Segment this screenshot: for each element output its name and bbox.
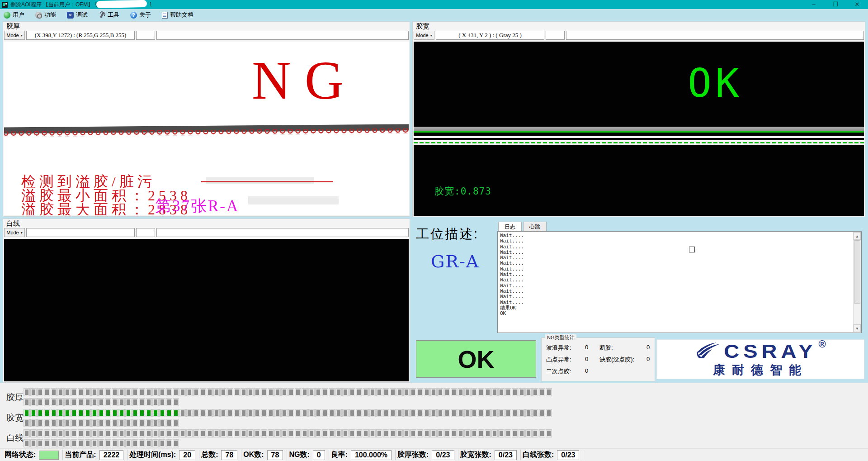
indicator-cell: [51, 440, 57, 447]
indicator-cell: [397, 430, 402, 437]
indicator-cell: [105, 389, 111, 396]
white-line-image[interactable]: [4, 239, 409, 381]
indicator-cell: [132, 440, 138, 447]
indicator-cell: [65, 430, 70, 437]
indicator-cell: [126, 409, 131, 417]
indicator-cell: [166, 430, 172, 437]
log-body[interactable]: Wait....Wait....Wait....Wait....Wait....…: [497, 231, 862, 333]
minimize-button[interactable]: –: [803, 0, 825, 9]
indicator-cell: [214, 409, 219, 417]
indicator-cell: [241, 409, 246, 417]
menu-item-debug[interactable]: 调试: [67, 11, 88, 19]
menu-item-about[interactable]: 关于: [130, 11, 151, 19]
glue-thickness-image[interactable]: NG 检测到溢胶/脏污 溢胶最小面积：2538 溢胶最大面积：2838 第37张…: [4, 42, 409, 215]
info-field[interactable]: [156, 31, 409, 40]
menu-item-user[interactable]: 用户: [4, 11, 24, 19]
menu-item-functions[interactable]: 功能: [35, 11, 56, 19]
window-title: 侧涂AOI程序 【当前用户：OEM】 编: [10, 1, 100, 9]
statusbar-segment: 白线张数:0/23: [521, 450, 583, 460]
indicator-cell: [58, 399, 63, 406]
panel-title: 白线: [3, 219, 410, 227]
indicator-cell: [146, 399, 151, 406]
indicator-cell: [146, 409, 151, 417]
indicator-cell: [241, 430, 246, 437]
indicator-cell: [126, 389, 131, 396]
indicator-cell: [322, 409, 328, 417]
indicator-cell: [533, 389, 538, 396]
indicator-cell: [519, 409, 524, 417]
mode-bar: Mode ▾: [3, 227, 410, 238]
log-scrollbar[interactable]: ▲ ▼: [853, 232, 861, 332]
mode-dropdown[interactable]: Mode ▾: [4, 31, 25, 40]
indicator-cell: [410, 409, 416, 417]
tab-log[interactable]: 日志: [498, 222, 522, 231]
indicator-cell: [119, 419, 124, 427]
wrench-icon: [99, 12, 105, 19]
info-field[interactable]: [566, 31, 864, 40]
aux-field[interactable]: [546, 31, 565, 40]
statusbar-label: 处理时间(ms):: [129, 450, 176, 460]
aux-field[interactable]: [136, 31, 155, 40]
indicator-cell: [410, 389, 416, 396]
overall-result-ok-button[interactable]: OK: [416, 340, 536, 378]
close-button[interactable]: ✕: [846, 0, 868, 9]
indicator-cell: [92, 409, 97, 417]
restore-button[interactable]: ❐: [825, 0, 846, 9]
pixel-coordinate-readout[interactable]: [26, 228, 135, 237]
indicator-cell: [132, 430, 138, 437]
ng-stat-label: 二次点胶:: [546, 367, 585, 375]
tab-heartbeat[interactable]: 心跳: [523, 222, 547, 231]
indicator-cell: [38, 409, 43, 417]
menu-item-help-docs[interactable]: 帮助文档: [162, 11, 193, 19]
indicator-cell: [187, 389, 192, 396]
indicator-cell: [526, 430, 531, 437]
indicator-cell: [505, 409, 511, 417]
scroll-up-icon[interactable]: ▲: [854, 232, 861, 240]
indicator-cell: [316, 430, 321, 437]
indicator-cell: [139, 430, 145, 437]
indicator-cell: [288, 409, 294, 417]
indicator-cell: [444, 389, 450, 396]
indicator-group-label: 胶厚: [6, 392, 24, 404]
indicator-cell: [173, 399, 179, 406]
indicator-cell: [85, 419, 90, 427]
indicator-cell: [438, 389, 443, 396]
indicator-cell: [261, 409, 267, 417]
aux-field[interactable]: [136, 228, 155, 237]
indicator-cell: [200, 389, 206, 396]
indicator-cell: [24, 389, 29, 396]
indicator-cell: [465, 389, 470, 396]
indicator-cell: [119, 389, 124, 396]
indicator-cell: [302, 409, 307, 417]
glue-width-image[interactable]: OK 胶宽:0.873: [414, 42, 864, 216]
log-checkbox[interactable]: [689, 247, 695, 252]
pixel-coordinate-readout[interactable]: ( X 431, Y 2 ) : ( Gray 25 ): [436, 31, 544, 40]
mode-dropdown[interactable]: Mode ▾: [4, 228, 25, 237]
indicator-cell: [78, 389, 84, 396]
indicator-cell: [377, 430, 382, 437]
log-line: Wait....: [500, 294, 524, 299]
camera-strip-gray: [414, 127, 864, 131]
indicator-cell: [458, 430, 463, 437]
mode-dropdown[interactable]: Mode ▾: [414, 31, 434, 40]
indicator-cell: [492, 430, 497, 437]
indicator-cell: [38, 399, 43, 406]
indicator-cell: [31, 419, 36, 427]
info-field[interactable]: [156, 228, 409, 237]
scroll-down-icon[interactable]: ▼: [854, 324, 861, 332]
indicator-cell: [349, 389, 355, 396]
scrollbar-thumb[interactable]: [854, 240, 860, 304]
indicator-cell: [444, 430, 450, 437]
statusbar-label: 胶厚张数:: [397, 450, 429, 460]
indicator-cell: [166, 409, 172, 417]
indicator-cell: [85, 430, 90, 437]
indicator-cell: [105, 419, 111, 427]
panel-glue-thickness: 胶厚 Mode ▾ (X 398,Y 1272) : (R 255,G 255,…: [3, 21, 410, 217]
menu-item-tools[interactable]: 工具: [99, 11, 119, 19]
statusbar-label: 总数:: [201, 450, 218, 460]
indicator-cell: [221, 430, 226, 437]
indicator-cell: [356, 389, 362, 396]
indicator-cell: [431, 430, 436, 437]
pixel-coordinate-readout[interactable]: (X 398,Y 1272) : (R 255,G 255,B 255): [26, 31, 135, 40]
indicator-cell: [336, 389, 341, 396]
